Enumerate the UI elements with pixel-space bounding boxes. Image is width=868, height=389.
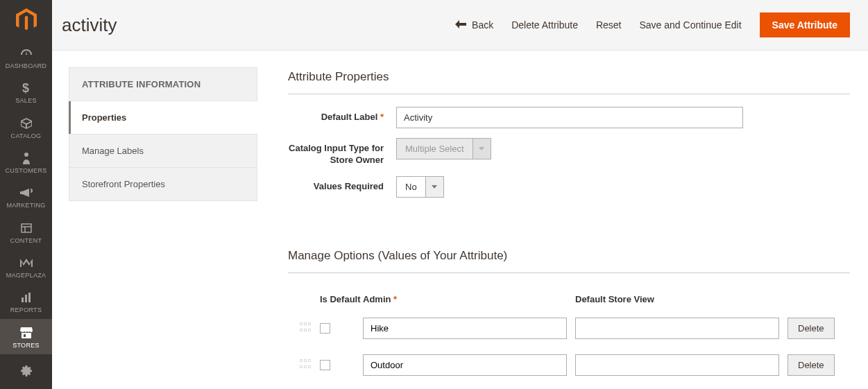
tab-manage-labels[interactable]: Manage Labels xyxy=(69,134,257,167)
back-button[interactable]: Back xyxy=(455,19,493,31)
nav-stores[interactable]: STORES xyxy=(0,319,52,354)
col-store: Default Store View xyxy=(575,294,788,304)
nav-catalog[interactable]: CATALOG xyxy=(0,110,52,145)
bars-icon xyxy=(21,290,32,305)
page-title: activity xyxy=(62,15,117,36)
nav-label: MAGEPLAZA xyxy=(6,272,46,279)
nav-label: CONTENT xyxy=(10,237,42,244)
form-area: Attribute Properties Default Label Catal… xyxy=(257,67,868,389)
svg-rect-6 xyxy=(25,295,27,302)
field-values-required: Values Required No xyxy=(288,176,850,198)
nav-label: REPORTS xyxy=(10,306,42,313)
option-admin-input[interactable] xyxy=(363,354,567,376)
svg-point-1 xyxy=(24,153,28,157)
dollar-icon: $ xyxy=(22,80,31,96)
nav-mageplaza[interactable]: MAGEPLAZA xyxy=(0,250,52,284)
drag-handle-icon[interactable] xyxy=(299,358,312,371)
attribute-properties-title: Attribute Properties xyxy=(288,67,850,94)
save-attribute-button[interactable]: Save Attribute xyxy=(760,12,850,37)
default-label-label: Default Label xyxy=(288,107,396,123)
header-actions: Back Delete Attribute Reset Save and Con… xyxy=(455,12,850,37)
nav-label: DASHBOARD xyxy=(6,62,47,69)
content-columns: ATTRIBUTE INFORMATION Properties Manage … xyxy=(52,51,868,389)
dashboard-icon xyxy=(19,46,33,61)
nav-label: CUSTOMERS xyxy=(5,167,46,174)
svg-text:$: $ xyxy=(22,81,29,95)
nav-label: CATALOG xyxy=(11,132,42,139)
nav-reports[interactable]: REPORTS xyxy=(0,284,52,319)
values-required-value: No xyxy=(397,177,425,197)
values-required-label: Values Required xyxy=(288,176,396,193)
option-row: Delete xyxy=(288,349,850,381)
svg-rect-2 xyxy=(22,224,31,232)
nav-dashboard[interactable]: DASHBOARD xyxy=(0,40,52,75)
attribute-info-tabs: ATTRIBUTE INFORMATION Properties Manage … xyxy=(69,67,257,201)
person-icon xyxy=(22,150,31,166)
reset-button[interactable]: Reset xyxy=(596,19,622,31)
drag-handle-icon[interactable] xyxy=(299,322,312,334)
main-area: activity Back Delete Attribute Reset Sav… xyxy=(52,0,868,389)
admin-sidebar: DASHBOARD $ SALES CATALOG CUSTOMERS MARK… xyxy=(0,0,52,389)
is-default-checkbox[interactable] xyxy=(320,323,330,334)
default-label-input[interactable] xyxy=(396,107,743,128)
field-input-type: Catalog Input Type for Store Owner Multi… xyxy=(288,138,850,166)
option-delete-button[interactable]: Delete xyxy=(788,354,835,376)
nav-sales[interactable]: $ SALES xyxy=(0,75,52,110)
svg-rect-5 xyxy=(22,297,24,302)
megaphone-icon xyxy=(20,185,33,200)
nav-label: STORES xyxy=(12,342,40,349)
back-label: Back xyxy=(472,19,493,31)
field-default-label: Default Label xyxy=(288,107,850,128)
options-header: Is Default Admin Default Store View xyxy=(288,286,850,313)
option-row: Delete xyxy=(288,386,850,389)
nav-content[interactable]: CONTENT xyxy=(0,215,52,250)
tabs-title: ATTRIBUTE INFORMATION xyxy=(69,68,257,101)
arrow-left-icon xyxy=(455,19,466,31)
input-type-label: Catalog Input Type for Store Owner xyxy=(288,138,396,166)
input-type-select: Multiple Select xyxy=(396,138,491,159)
nav-label: SALES xyxy=(15,97,37,104)
nav-marketing[interactable]: MARKETING xyxy=(0,180,52,214)
option-delete-button[interactable]: Delete xyxy=(788,318,835,339)
tab-storefront-properties[interactable]: Storefront Properties xyxy=(69,167,257,200)
nav-customers[interactable]: CUSTOMERS xyxy=(0,145,52,180)
gear-icon xyxy=(20,363,33,379)
magento-logo[interactable] xyxy=(0,0,52,40)
layout-icon xyxy=(21,221,32,236)
chevron-down-icon xyxy=(425,177,443,197)
box-icon xyxy=(20,116,33,131)
mageplaza-icon xyxy=(20,255,33,270)
save-continue-button[interactable]: Save and Continue Edit xyxy=(640,19,742,31)
option-admin-input[interactable] xyxy=(363,318,567,339)
delete-attribute-button[interactable]: Delete Attribute xyxy=(511,19,578,31)
chevron-down-icon xyxy=(473,139,491,159)
nav-system[interactable] xyxy=(0,354,52,389)
col-is-default: Is Default xyxy=(320,294,363,304)
values-required-select[interactable]: No xyxy=(396,176,444,198)
is-default-checkbox[interactable] xyxy=(320,360,330,370)
svg-rect-7 xyxy=(28,293,31,302)
col-admin: Admin xyxy=(363,294,397,304)
tab-properties[interactable]: Properties xyxy=(69,101,257,134)
page-header: activity Back Delete Attribute Reset Sav… xyxy=(52,0,868,51)
option-store-input[interactable] xyxy=(575,318,779,339)
input-type-value: Multiple Select xyxy=(397,139,473,159)
manage-options-title: Manage Options (Values of Your Attribute… xyxy=(288,246,850,273)
option-store-input[interactable] xyxy=(575,354,779,376)
nav-label: MARKETING xyxy=(6,202,45,209)
storefront-icon xyxy=(20,325,33,340)
option-row: Delete xyxy=(288,313,850,344)
